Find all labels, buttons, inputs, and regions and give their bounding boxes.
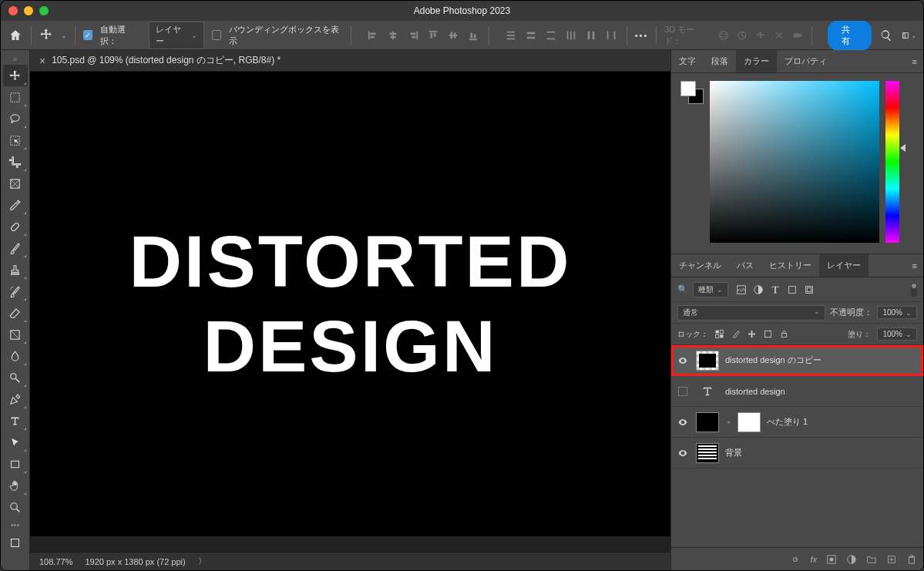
layer-item-text[interactable]: distorted design <box>671 376 923 407</box>
auto-select-target[interactable]: レイヤー⌄ <box>149 22 204 49</box>
tab-close-icon[interactable]: × <box>39 55 45 67</box>
layer-name[interactable]: distorted design のコピー <box>725 354 822 366</box>
panel-menu-icon[interactable]: ≡ <box>906 57 923 66</box>
filter-type-icon[interactable] <box>770 284 781 295</box>
layer-name[interactable]: べた塗り 1 <box>767 416 808 428</box>
close-window-button[interactable] <box>8 6 18 15</box>
distribute-h-icon[interactable] <box>583 28 599 43</box>
3d-roll-icon[interactable] <box>736 29 748 42</box>
bounding-box-checkbox[interactable] <box>212 30 222 40</box>
filter-adjust-icon[interactable] <box>753 284 764 295</box>
align-middle-icon[interactable] <box>445 28 461 43</box>
fx-icon[interactable]: fx <box>810 555 817 564</box>
distribute-v-icon[interactable] <box>523 28 539 43</box>
layer-thumbnail[interactable] <box>696 351 719 371</box>
distribute-top-icon[interactable] <box>503 28 519 43</box>
layer-thumbnail-type-icon[interactable] <box>696 381 719 401</box>
tool-preset-chevron[interactable]: ⌄ <box>61 32 67 39</box>
lasso-tool[interactable] <box>3 108 28 129</box>
tab-layers[interactable]: レイヤー <box>819 254 869 277</box>
auto-select-checkbox[interactable]: ✓ <box>83 30 92 40</box>
layer-filter-select[interactable]: 種類⌄ <box>693 282 728 297</box>
opacity-input[interactable]: 100%⌄ <box>877 306 917 319</box>
visibility-toggle[interactable] <box>676 448 690 458</box>
tab-channels[interactable]: チャンネル <box>671 254 729 277</box>
blur-tool[interactable] <box>3 345 28 367</box>
rectangle-tool[interactable] <box>3 453 28 475</box>
color-swatches[interactable] <box>680 81 704 104</box>
3d-pan-icon[interactable] <box>754 29 767 42</box>
eyedropper-tool[interactable] <box>3 194 28 216</box>
workspace-icon[interactable]: ⌄ <box>902 28 917 43</box>
visibility-toggle[interactable] <box>676 417 690 428</box>
edit-toolbar-icon[interactable] <box>3 532 28 553</box>
blend-mode-select[interactable]: 通常⌄ <box>677 305 825 321</box>
tab-paths[interactable]: パス <box>729 254 761 277</box>
layer-item-background[interactable]: 背景 <box>671 438 923 469</box>
new-layer-icon[interactable] <box>886 554 897 565</box>
frame-tool[interactable] <box>3 173 28 194</box>
align-bottom-icon[interactable] <box>465 28 481 43</box>
3d-orbit-icon[interactable] <box>717 29 730 42</box>
lock-all-icon[interactable] <box>779 329 789 339</box>
3d-slide-icon[interactable] <box>773 29 785 42</box>
path-select-tool[interactable] <box>3 432 28 453</box>
group-icon[interactable] <box>866 554 877 565</box>
lock-position-icon[interactable] <box>747 329 757 339</box>
align-center-h-icon[interactable] <box>385 28 401 43</box>
filter-pixel-icon[interactable] <box>736 284 747 295</box>
layer-mask-thumbnail[interactable] <box>738 412 761 432</box>
eraser-tool[interactable] <box>3 302 28 324</box>
hue-slider[interactable] <box>885 81 899 243</box>
layer-name[interactable]: 背景 <box>725 447 742 458</box>
brush-tool[interactable] <box>3 237 28 259</box>
layer-item-copy[interactable]: distorted design のコピー <box>671 345 923 376</box>
zoom-tool[interactable] <box>3 496 28 518</box>
lock-transparency-icon[interactable] <box>714 329 724 339</box>
layer-item-solid[interactable]: べた塗り 1 <box>671 407 923 438</box>
fill-input[interactable]: 100%⌄ <box>877 327 917 341</box>
tab-history[interactable]: ヒストリー <box>761 254 819 277</box>
layers-panel-menu-icon[interactable]: ≡ <box>906 261 923 270</box>
lock-artboard-icon[interactable] <box>763 329 773 339</box>
pen-tool[interactable] <box>3 388 28 410</box>
object-select-tool[interactable] <box>3 129 28 151</box>
tab-paragraph[interactable]: 段落 <box>704 50 736 72</box>
zoom-level[interactable]: 108.77% <box>39 557 72 566</box>
filter-shape-icon[interactable] <box>787 284 798 295</box>
filter-smart-icon[interactable] <box>804 284 815 295</box>
distribute-bottom-icon[interactable] <box>543 28 559 43</box>
history-brush-tool[interactable] <box>3 280 28 302</box>
align-left-icon[interactable] <box>365 28 381 43</box>
lock-pixels-icon[interactable] <box>731 329 741 339</box>
link-layers-icon[interactable] <box>790 554 801 565</box>
crop-tool[interactable] <box>3 151 28 173</box>
more-options-icon[interactable]: ••• <box>635 31 649 40</box>
dodge-tool[interactable] <box>3 367 28 388</box>
mask-icon[interactable] <box>826 554 837 565</box>
visibility-toggle[interactable] <box>676 387 690 396</box>
tab-color[interactable]: カラー <box>736 50 777 72</box>
color-field[interactable] <box>710 81 879 243</box>
tab-character[interactable]: 文字 <box>671 50 704 72</box>
type-tool[interactable] <box>3 410 28 432</box>
align-right-icon[interactable] <box>405 28 421 43</box>
canvas[interactable]: DISTORTED DESIGN <box>30 72 670 552</box>
delete-layer-icon[interactable] <box>906 554 917 565</box>
visibility-toggle[interactable] <box>676 355 690 366</box>
healing-tool[interactable] <box>3 216 28 237</box>
maximize-window-button[interactable] <box>39 6 49 15</box>
stamp-tool[interactable] <box>3 259 28 280</box>
hand-tool[interactable] <box>3 475 28 496</box>
marquee-tool[interactable] <box>3 86 28 108</box>
3d-camera-icon[interactable] <box>791 29 804 42</box>
adjustment-icon[interactable] <box>846 554 857 565</box>
home-button[interactable] <box>7 27 23 44</box>
minimize-window-button[interactable] <box>24 6 33 15</box>
share-button[interactable]: 共有 <box>828 20 872 51</box>
gradient-tool[interactable] <box>3 324 28 345</box>
distribute-right-icon[interactable] <box>603 28 619 43</box>
filter-toggle[interactable] <box>911 283 917 297</box>
align-top-icon[interactable] <box>425 28 441 43</box>
foreground-color[interactable] <box>680 81 696 96</box>
